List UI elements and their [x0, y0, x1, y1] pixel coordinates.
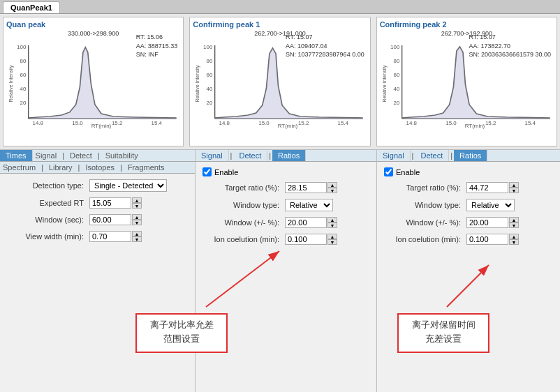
tab-signal-mid[interactable]: Signal — [196, 150, 229, 161]
right-target-ratio-input[interactable] — [466, 182, 508, 193]
tab-ratios-mid[interactable]: Ratios — [272, 150, 306, 161]
confirm2-plot: Relative Intensity 100 80 60 40 20 14.8 … — [380, 38, 554, 129]
view-width-spinner: ▲ ▼ — [132, 231, 142, 242]
right-enable-row: Enable — [384, 167, 553, 176]
mid-window-type-row: Window type: Relative Absolute — [202, 199, 369, 211]
view-width-input[interactable] — [89, 231, 131, 242]
right-panel: Signal | Detect | Ratios Enable Target r… — [377, 150, 560, 392]
svg-text:15.0: 15.0 — [259, 120, 270, 126]
svg-text:60: 60 — [20, 72, 27, 77]
view-width-down[interactable]: ▼ — [132, 236, 142, 242]
svg-text:Relative Intensity: Relative Intensity — [194, 65, 201, 102]
mid-target-ratio-up[interactable]: ▲ — [327, 182, 337, 188]
mid-ion-coelution-up[interactable]: ▲ — [327, 234, 337, 239]
svg-text:Relative Intensity: Relative Intensity — [8, 65, 15, 102]
right-target-ratio-down[interactable]: ▼ — [509, 188, 519, 193]
svg-text:15.4: 15.4 — [152, 120, 162, 126]
mid-window-pm-down[interactable]: ▼ — [327, 223, 337, 228]
tab-detect-mid[interactable]: Detect — [233, 150, 267, 161]
mid-ion-coelution-down[interactable]: ▼ — [327, 239, 337, 245]
right-ion-coelution-input[interactable] — [466, 234, 508, 245]
mid-enable-row: Enable — [202, 167, 369, 176]
mid-window-pm-input[interactable] — [285, 217, 327, 228]
confirm1-svg: Relative Intensity 100 80 60 40 20 14.8 … — [193, 38, 367, 129]
window-sec-input[interactable] — [89, 214, 131, 225]
right-window-pm-input[interactable] — [466, 217, 508, 228]
right-window-pm-up[interactable]: ▲ — [509, 217, 519, 223]
window-sec-up[interactable]: ▲ — [132, 214, 142, 220]
right-window-pm-spinner: ▲ ▼ — [509, 217, 519, 228]
tab-suitability-left[interactable]: | — [95, 150, 103, 161]
confirm2-svg: Relative Intensity 100 80 60 40 20 14.8 … — [380, 38, 554, 129]
svg-marker-40 — [401, 47, 550, 119]
confirm2-panel: Confirming peak 2 262.700->192.900 RT: 1… — [376, 17, 557, 146]
mid-window-pm-row: Window (+/- %): ▲ ▼ — [202, 217, 369, 228]
mid-form: Enable Target ratio (%): ▲ ▼ — [196, 162, 376, 256]
tab-ratios-right[interactable]: Ratios — [454, 150, 487, 161]
svg-text:14.8: 14.8 — [406, 120, 416, 126]
svg-marker-26 — [215, 48, 363, 119]
mid-ion-coelution-input[interactable] — [285, 234, 327, 245]
quan-peak-plot: Relative Intensity 100 80 60 40 20 14.8 … — [6, 38, 180, 129]
right-ion-coelution-down[interactable]: ▼ — [509, 239, 519, 245]
window-sec-spinner: ▲ ▼ — [132, 214, 142, 225]
tab-detect-right[interactable]: Detect — [415, 150, 449, 161]
sep2-mid: | — [267, 150, 272, 161]
tab-detect-left[interactable]: | — [59, 150, 67, 161]
right-window-type-select[interactable]: Relative Absolute — [466, 199, 515, 211]
svg-text:15.4: 15.4 — [524, 120, 535, 126]
window-sec-down[interactable]: ▼ — [132, 220, 142, 225]
bottom-area: Times Signal | Detect | Suitability Spec… — [0, 150, 560, 392]
mid-window-type-label: Window type: — [202, 201, 279, 209]
expected-rt-up[interactable]: ▲ — [132, 197, 142, 203]
mid-enable-checkbox[interactable] — [202, 167, 212, 176]
view-width-up[interactable]: ▲ — [132, 231, 142, 236]
svg-text:15.2: 15.2 — [298, 120, 309, 126]
mid-window-type-select[interactable]: Relative Absolute — [285, 199, 333, 211]
tab-isotopes[interactable]: | — [75, 162, 83, 173]
mid-window-pm-spinner: ▲ ▼ — [327, 217, 337, 228]
expected-rt-control: ▲ ▼ — [89, 197, 142, 209]
right-enable-checkbox[interactable] — [384, 167, 393, 176]
svg-text:80: 80 — [207, 58, 213, 63]
right-window-pm-label: Window (+/- %): — [384, 218, 461, 227]
left-tabs-row2: Spectrum | Library | Isotopes | Fragment… — [0, 162, 195, 174]
tab-detect-left2[interactable]: Detect — [67, 150, 95, 161]
window-sec-control: ▲ ▼ — [89, 214, 142, 225]
tab-suitability-left2[interactable]: Suitability — [103, 150, 141, 161]
tab-fragments2[interactable]: Fragments — [125, 162, 168, 173]
tab-library[interactable]: | — [38, 162, 46, 173]
tab-library2[interactable]: Library — [46, 162, 75, 173]
window-tab-quanpeak1[interactable]: QuanPeak1 — [3, 1, 60, 13]
detection-type-select[interactable]: Single - Detected — [89, 179, 167, 192]
window-sec-label: Window (sec): — [7, 216, 84, 224]
mid-target-ratio-down[interactable]: ▼ — [327, 188, 337, 193]
expected-rt-label: Expected RT — [7, 199, 84, 207]
tab-signal-left[interactable]: Signal — [33, 150, 60, 161]
tab-signal-right[interactable]: Signal — [377, 150, 411, 161]
right-target-ratio-up[interactable]: ▲ — [509, 182, 519, 188]
detection-type-control: Single - Detected — [89, 179, 167, 192]
svg-text:80: 80 — [20, 58, 27, 63]
detection-type-row: Detection type: Single - Detected — [7, 179, 188, 192]
tab-times[interactable]: Times — [0, 150, 33, 161]
mid-target-ratio-input[interactable] — [285, 182, 327, 193]
expected-rt-input[interactable] — [89, 197, 131, 209]
view-width-row: View width (min): ▲ ▼ — [7, 231, 188, 242]
right-window-pm-down[interactable]: ▼ — [509, 223, 519, 228]
tab-isotopes2[interactable]: Isotopes — [82, 162, 117, 173]
tab-spectrum[interactable]: Spectrum — [0, 162, 38, 173]
svg-text:40: 40 — [393, 86, 399, 91]
right-window-type-row: Window type: Relative Absolute — [384, 199, 553, 211]
expected-rt-spinner: ▲ ▼ — [132, 197, 142, 209]
expected-rt-down[interactable]: ▼ — [132, 203, 142, 209]
confirm1-title: Confirming peak 1 — [193, 20, 367, 29]
tab-fragments[interactable]: | — [117, 162, 125, 173]
right-ion-coelution-up[interactable]: ▲ — [509, 234, 519, 239]
mid-window-pm-control: ▲ ▼ — [285, 217, 337, 228]
svg-text:RT(min): RT(min) — [91, 123, 112, 128]
quan-peak-panel: Quan peak 330.000->298.900 RT: 15.06 AA:… — [3, 17, 184, 146]
svg-text:20: 20 — [20, 100, 27, 105]
svg-text:60: 60 — [207, 72, 213, 77]
mid-window-pm-up[interactable]: ▲ — [327, 217, 337, 223]
